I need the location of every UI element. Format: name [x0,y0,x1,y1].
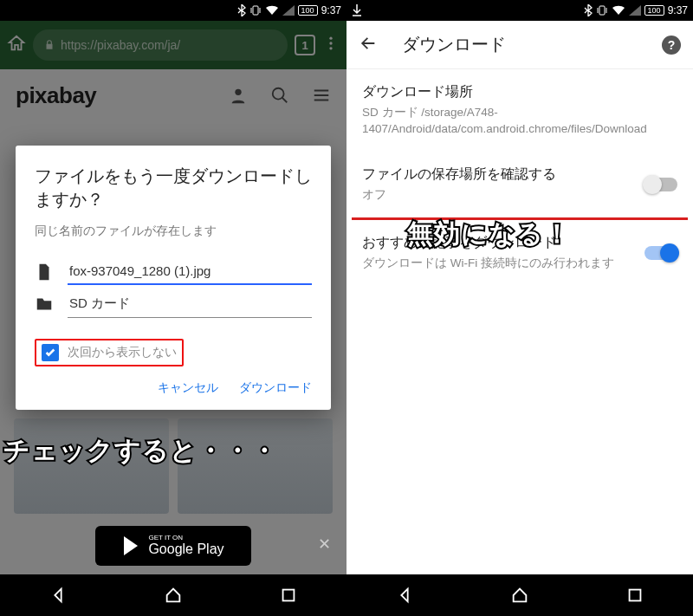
status-bar: 100 9:37 [0,0,346,21]
annotation-right: 無効になる！ [407,217,571,252]
settings-appbar: ダウンロード ? [346,21,693,69]
bluetooth-icon [237,4,246,16]
cancel-button[interactable]: キャンセル [158,380,218,396]
help-button[interactable]: ? [662,36,681,55]
wifi-icon [265,5,279,16]
annotation-left: チェックすると・・・ [3,433,278,469]
svg-rect-0 [253,6,258,15]
status-time: 9:37 [321,4,341,16]
svg-rect-7 [599,6,605,15]
setting-download-location[interactable]: ダウンロード場所 SD カード /storage/A748-1407/Andro… [346,69,693,152]
google-play-banner[interactable]: GET IT ON Google Play [95,526,251,566]
gplay-big: Google Play [148,541,223,557]
checkbox-checked-icon [42,344,59,361]
wifi-icon [612,5,625,16]
back-nav-icon[interactable] [49,586,68,605]
setting-subtitle: オフ [362,187,632,204]
setting-subtitle: ダウンロードは Wi-Fi 接続時にのみ行われます [362,256,632,272]
dialog-subtitle: 同じ名前のファイルが存在します [35,224,312,239]
signal-icon [282,5,295,16]
setting-title: ファイルの保存場所を確認する [362,165,632,184]
svg-rect-6 [283,590,295,601]
folder-icon [35,295,54,314]
dont-show-again-checkbox[interactable]: 次回から表示しない [35,339,184,366]
toggle-on[interactable] [644,246,677,260]
vibrate-icon [249,4,262,16]
bluetooth-icon [584,4,593,16]
filename-input[interactable] [68,258,312,285]
svg-rect-8 [630,590,641,601]
file-icon [35,263,54,282]
download-status-icon [352,4,362,16]
status-bar: 100 9:37 [346,0,693,21]
checkbox-label: 次回から表示しない [68,345,177,360]
setting-ask-location[interactable]: ファイルの保存場所を確認する オフ [346,152,693,217]
back-nav-icon[interactable] [395,586,414,605]
home-nav-icon[interactable] [164,586,183,605]
download-dialog: ファイルをもう一度ダウンロードしますか？ 同じ名前のファイルが存在します SD … [16,146,331,410]
recents-nav-icon[interactable] [279,586,298,605]
home-nav-icon[interactable] [510,586,529,605]
signal-icon [629,5,641,16]
play-icon [122,535,141,556]
location-field[interactable]: SD カード [68,290,312,318]
android-navbar [0,574,346,616]
toggle-off[interactable] [644,178,677,191]
dialog-title: ファイルをもう一度ダウンロードしますか？ [35,165,312,211]
battery-level: 100 [644,5,664,16]
gplay-small: GET IT ON [148,535,223,541]
page-title: ダウンロード [402,33,638,56]
battery-level: 100 [298,5,318,16]
banner-close[interactable]: ✕ [318,535,331,554]
back-button[interactable] [359,34,378,56]
setting-title: ダウンロード場所 [362,83,677,101]
android-navbar [346,574,693,616]
download-button[interactable]: ダウンロード [239,380,312,396]
setting-subtitle: SD カード /storage/A748-1407/Android/data/c… [362,105,677,138]
vibrate-icon [596,4,608,16]
status-time: 9:37 [668,4,688,16]
recents-nav-icon[interactable] [625,586,644,605]
